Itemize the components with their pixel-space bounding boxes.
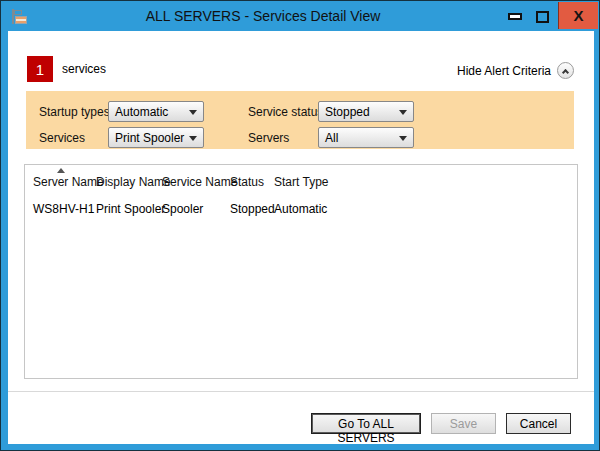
column-header-server-name[interactable]: Server Name [33,175,104,189]
sort-ascending-icon [57,168,65,173]
column-header-service-name[interactable]: Service Name [162,175,237,189]
dropdown-arrow-icon [399,136,407,141]
servers-label: Servers [248,131,289,145]
services-dropdown[interactable]: Print Spooler [108,127,204,148]
go-to-all-servers-button[interactable]: Go To ALL SERVERS [311,413,421,434]
collapse-criteria-button[interactable] [557,62,574,79]
dialog-content: 1 services Hide Alert Criteria Startup t… [8,31,594,444]
server-manager-icon [11,9,29,25]
cell-start-type[interactable]: Automatic [274,202,327,216]
service-status-label: Service status [248,105,323,119]
window-title: ALL SERVERS - Services Detail View [146,8,381,24]
dropdown-arrow-icon [189,136,197,141]
cancel-button[interactable]: Cancel [506,413,571,434]
hide-alert-criteria-toggle[interactable]: Hide Alert Criteria [457,62,574,79]
minimize-button[interactable] [502,2,528,31]
services-table: Server Name Display Name Service Name St… [24,164,578,379]
servers-dropdown[interactable]: All [318,127,414,148]
dropdown-arrow-icon [189,110,197,115]
alert-count-badge: 1 [27,56,53,82]
cell-display-name[interactable]: Print Spooler [96,202,165,216]
minimize-icon [508,13,522,20]
cell-status[interactable]: Stopped [230,202,275,216]
service-status-value: Stopped [325,105,370,119]
startup-types-dropdown[interactable]: Automatic [108,101,204,122]
column-header-display-name[interactable]: Display Name [96,175,171,189]
column-header-start-type[interactable]: Start Type [274,175,328,189]
save-button: Save [431,413,496,434]
services-detail-window: ALL SERVERS - Services Detail View X 1 s… [0,0,600,451]
chevron-up-icon [561,68,568,75]
maximize-button[interactable] [529,2,555,31]
services-value: Print Spooler [115,131,184,145]
column-header-status[interactable]: Status [230,175,264,189]
services-label: Services [39,131,85,145]
startup-types-label: Startup types [39,105,110,119]
service-status-dropdown[interactable]: Stopped [318,101,414,122]
titlebar: ALL SERVERS - Services Detail View X [2,2,598,31]
maximize-icon [536,11,549,23]
close-icon: X [573,8,583,23]
servers-value: All [325,131,338,145]
startup-types-value: Automatic [115,105,168,119]
hide-alert-criteria-label: Hide Alert Criteria [457,64,551,78]
footer-divider [8,391,594,392]
alert-criteria-panel: Startup types Automatic Service status S… [26,91,574,149]
cell-server-name[interactable]: WS8HV-H1 [33,202,94,216]
close-button[interactable]: X [558,2,598,29]
cell-service-name[interactable]: Spooler [162,202,203,216]
alert-count-label: services [62,62,106,76]
dropdown-arrow-icon [399,110,407,115]
